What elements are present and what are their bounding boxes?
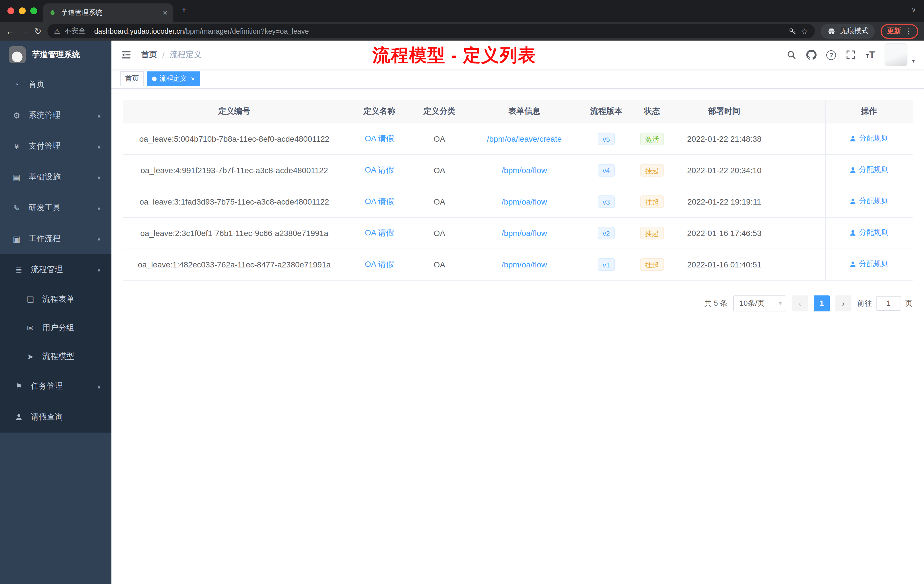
sidebar-item-workflow[interactable]: ▣ 工作流程 ∧ xyxy=(0,223,111,254)
assign-rule-button[interactable]: 分配规则 xyxy=(850,228,889,238)
select-caret-icon: ▾ xyxy=(779,300,782,306)
col-deploy-time: 部署时间 xyxy=(674,100,774,123)
assign-rule-button[interactable]: 分配规则 xyxy=(850,165,889,175)
definition-name-link[interactable]: OA 请假 xyxy=(365,134,394,143)
menu-fold-icon[interactable] xyxy=(120,49,132,61)
pagination-total: 共 5 条 xyxy=(704,298,728,308)
window-controls xyxy=(7,7,37,14)
user-avatar[interactable] xyxy=(884,43,908,66)
version-badge: v2 xyxy=(597,226,615,239)
definition-name-link[interactable]: OA 请假 xyxy=(365,259,394,268)
cell-deploy-time: 2022-01-16 01:40:51 xyxy=(674,249,774,280)
new-tab-button[interactable]: + xyxy=(181,5,187,16)
definition-name-link[interactable]: OA 请假 xyxy=(365,228,394,237)
sidebar: 芋道管理系统 ◔ 首页 ⚙ 系统管理 ∨ ¥ 支付管理 ∨ ▤ 基础设施 ∨ xyxy=(0,41,111,584)
security-label[interactable]: 不安全 xyxy=(64,26,86,36)
github-icon[interactable] xyxy=(806,50,817,60)
bookmark-star-icon[interactable]: ☆ xyxy=(801,26,808,36)
browser-update-menu-button[interactable]: 更新 ⋮ xyxy=(881,24,918,39)
person-icon xyxy=(850,229,857,237)
assign-rule-button[interactable]: 分配规则 xyxy=(850,196,889,206)
breadcrumb-home[interactable]: 首页 xyxy=(141,50,157,60)
breadcrumb-current: 流程定义 xyxy=(170,50,202,60)
tag-process-definition[interactable]: 流程定义 × xyxy=(147,71,200,86)
form-info-link[interactable]: /bpm/oa/flow xyxy=(502,228,547,238)
dashboard-icon: ◔ xyxy=(12,80,22,89)
col-process-version: 流程版本 xyxy=(583,100,630,123)
form-info-link[interactable]: /bpm/oa/flow xyxy=(502,197,547,206)
forward-button[interactable]: → xyxy=(20,27,28,35)
tags-view-bar: 首页 流程定义 × xyxy=(111,69,924,89)
tag-home[interactable]: 首页 xyxy=(120,71,144,86)
sidebar-item-leave-query[interactable]: 请假查询 xyxy=(0,402,111,432)
assign-rule-button[interactable]: 分配规则 xyxy=(850,259,889,269)
person-icon xyxy=(850,198,857,205)
sidebar-item-home[interactable]: ◔ 首页 xyxy=(0,69,111,100)
version-badge: v3 xyxy=(597,195,615,208)
person-icon xyxy=(850,261,857,268)
sidebar-item-process-model[interactable]: ➤ 流程模型 xyxy=(0,342,111,371)
prev-page-button[interactable]: ‹ xyxy=(792,295,808,311)
tag-close-icon[interactable]: × xyxy=(191,74,195,82)
sidebar-item-process-manage[interactable]: ≣ 流程管理 ∧ xyxy=(0,254,111,285)
font-size-icon[interactable]: TT xyxy=(866,50,875,59)
incognito-badge[interactable]: 无痕模式 xyxy=(820,24,875,39)
page-size-select[interactable]: 10条/页 ▾ xyxy=(733,295,786,311)
version-badge: v4 xyxy=(597,164,615,176)
browser-tab-strip: 芋道管理系统 × + ∨ xyxy=(0,0,924,22)
cell-definition-id: oa_leave:1:482ec033-762a-11ec-8477-a2380… xyxy=(123,249,346,280)
cell-deploy-time: 2022-01-22 20:34:10 xyxy=(674,154,774,186)
browser-tab[interactable]: 芋道管理系统 × xyxy=(43,3,173,22)
close-window-button[interactable] xyxy=(7,7,14,14)
col-actions: 操作 xyxy=(825,100,912,123)
tab-close-icon[interactable]: × xyxy=(163,8,167,17)
form-info-link[interactable]: /bpm/oa/flow xyxy=(502,165,547,175)
tab-search-icon[interactable]: ∨ xyxy=(911,6,916,14)
col-filler xyxy=(774,100,825,123)
assign-rule-button[interactable]: 分配规则 xyxy=(850,134,889,144)
sidebar-item-infrastructure[interactable]: ▤ 基础设施 ∨ xyxy=(0,162,111,193)
cell-filler xyxy=(774,154,825,186)
help-icon[interactable]: ? xyxy=(826,50,836,60)
chevron-down-icon: ∨ xyxy=(97,112,101,119)
definition-name-link[interactable]: OA 请假 xyxy=(365,165,394,174)
sidebar-item-user-group[interactable]: ✉ 用户分组 xyxy=(0,314,111,342)
address-bar[interactable]: ⚠ 不安全 dashboard.yudao.iocoder.cn/bpm/man… xyxy=(47,24,815,38)
sidebar-item-task-manage[interactable]: ⚑ 任务管理 ∨ xyxy=(0,371,111,402)
form-info-link[interactable]: /bpm/oa/leave/create xyxy=(487,134,562,143)
sidebar-item-process-form[interactable]: ❏ 流程表单 xyxy=(0,285,111,314)
fullscreen-icon[interactable] xyxy=(846,50,856,60)
page-url[interactable]: dashboard.yudao.iocoder.cn/bpm/manager/d… xyxy=(94,27,309,35)
form-info-link[interactable]: /bpm/oa/flow xyxy=(502,260,547,269)
cell-definition-id: oa_leave:2:3c1f0ef1-76b1-11ec-9c66-a2380… xyxy=(123,217,346,249)
back-button[interactable]: ← xyxy=(6,27,14,35)
sidebar-item-payment[interactable]: ¥ 支付管理 ∨ xyxy=(0,131,111,162)
avatar-caret-icon[interactable]: ▾ xyxy=(912,58,915,64)
logo-title: 芋道管理系统 xyxy=(32,50,80,60)
zoom-window-button[interactable] xyxy=(30,7,37,14)
main-panel: 首页 / 流程定义 流程模型 - 定义列表 ? TT xyxy=(111,41,924,584)
sidebar-item-devtools[interactable]: ✎ 研发工具 ∨ xyxy=(0,193,111,223)
table-row: oa_leave:3:1fad3d93-7b75-11ec-a3c8-acde4… xyxy=(123,186,912,217)
gear-icon: ⚙ xyxy=(12,111,22,120)
next-page-button[interactable]: › xyxy=(835,295,851,311)
cell-category: OA xyxy=(413,123,466,154)
form-icon: ❏ xyxy=(25,295,35,304)
definition-name-link[interactable]: OA 请假 xyxy=(365,196,394,205)
page-number-button[interactable]: 1 xyxy=(814,295,830,311)
version-badge: v5 xyxy=(597,132,615,145)
table-row: oa_leave:4:991f2193-7b7f-11ec-a3c8-acde4… xyxy=(123,154,912,186)
minimize-window-button[interactable] xyxy=(19,7,26,14)
goto-page-input[interactable] xyxy=(876,296,901,310)
search-icon[interactable] xyxy=(786,50,797,60)
col-form-info: 表单信息 xyxy=(466,100,583,123)
omnibox-divider xyxy=(90,27,90,35)
model-icon: ➤ xyxy=(25,352,35,361)
version-badge: v1 xyxy=(597,258,615,271)
goto-unit-label: 页 xyxy=(905,298,912,308)
reload-button[interactable]: ↻ xyxy=(34,27,41,35)
sidebar-item-system[interactable]: ⚙ 系统管理 ∨ xyxy=(0,100,111,131)
sidebar-logo[interactable]: 芋道管理系统 xyxy=(0,41,111,69)
password-key-icon[interactable] xyxy=(789,27,797,35)
pagination: 共 5 条 10条/页 ▾ ‹ 1 › 前往 页 xyxy=(123,295,912,311)
